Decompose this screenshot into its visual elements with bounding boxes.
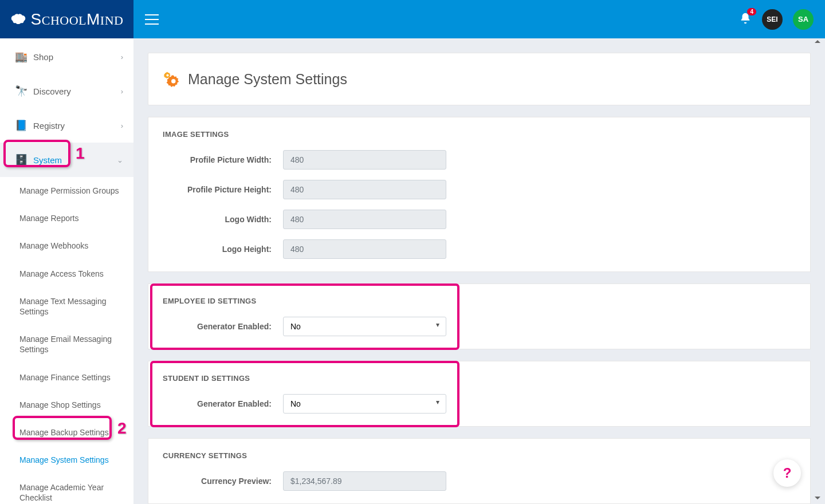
- sub-item-reports[interactable]: Manage Reports: [0, 204, 133, 232]
- gears-icon: [163, 70, 180, 88]
- sidebar-item-system[interactable]: 🗄️ System ⌄: [0, 143, 133, 177]
- sub-item-webhooks[interactable]: Manage Webhooks: [0, 232, 133, 259]
- label-logo-width: Logo Width:: [163, 215, 283, 224]
- sub-item-academic-year-checklist[interactable]: Manage Academic Year Checklist: [0, 474, 133, 504]
- sub-item-text-messaging[interactable]: Manage Text Messaging Settings: [0, 288, 133, 325]
- select-student-generator[interactable]: No: [283, 394, 446, 414]
- label-currency-preview: Currency Preview:: [163, 477, 283, 486]
- label-profile-height: Profile Picture Height:: [163, 185, 283, 194]
- input-logo-width: [283, 210, 446, 229]
- sub-item-backup-settings[interactable]: Manage Backup Settings: [0, 419, 133, 446]
- label-profile-width: Profile Picture Width:: [163, 155, 283, 164]
- menu-toggle-button[interactable]: [145, 14, 159, 25]
- content-area: Manage System Settings IMAGE SETTINGS Pr…: [133, 38, 825, 504]
- avatar-sei[interactable]: SEI: [762, 9, 783, 30]
- chevron-right-icon: ›: [121, 87, 123, 96]
- panel-student-id-settings: STUDENT ID SETTINGS Generator Enabled: N…: [148, 361, 811, 427]
- topbar: 4 SEI SA: [133, 0, 825, 38]
- label-logo-height: Logo Height:: [163, 245, 283, 254]
- input-profile-width: [283, 150, 446, 170]
- sidebar-item-label: System: [33, 155, 62, 165]
- input-profile-height: [283, 180, 446, 199]
- sidebar-item-registry[interactable]: 📘 Registry ›: [0, 108, 133, 143]
- shop-icon: 🏬: [15, 50, 33, 63]
- page-header: Manage System Settings: [148, 53, 811, 105]
- main: 4 SEI SA Manage System Settings IMAGE SE…: [133, 0, 825, 504]
- input-currency-preview: [283, 471, 446, 491]
- chevron-right-icon: ›: [121, 121, 123, 130]
- callout-number-1: 1: [76, 144, 85, 163]
- sub-item-shop-settings[interactable]: Manage Shop Settings: [0, 391, 133, 419]
- sidebar-item-label: Discovery: [33, 86, 71, 96]
- sidebar-item-label: Shop: [33, 52, 53, 62]
- chevron-down-icon: ⌄: [117, 156, 123, 164]
- binoculars-icon: 🔭: [15, 85, 33, 97]
- callout-number-2: 2: [117, 419, 127, 438]
- sub-item-system-settings[interactable]: Manage System Settings: [0, 446, 133, 474]
- label-student-generator: Generator Enabled:: [163, 399, 283, 408]
- label-employee-generator: Generator Enabled:: [163, 322, 283, 331]
- notifications-button[interactable]: 4: [739, 12, 752, 27]
- sub-item-permission-groups[interactable]: Manage Permission Groups: [0, 177, 133, 204]
- panel-title: CURRENCY SETTINGS: [163, 451, 796, 460]
- select-employee-generator[interactable]: No: [283, 317, 446, 336]
- sidebar-nav: 🏬 Shop › 🔭 Discovery › 📘 Registry › 🗄️ S…: [0, 38, 133, 504]
- brand-name: SCHOOLMIND: [31, 10, 124, 29]
- help-button[interactable]: ?: [773, 459, 801, 487]
- brain-icon: [10, 13, 26, 26]
- sub-item-finance-settings[interactable]: Manage Finance Settings: [0, 364, 133, 391]
- sub-item-access-tokens[interactable]: Manage Access Tokens: [0, 260, 133, 288]
- input-logo-height: [283, 239, 446, 259]
- panel-image-settings: IMAGE SETTINGS Profile Picture Width: Pr…: [148, 117, 811, 272]
- book-icon: 📘: [15, 119, 33, 132]
- panel-employee-id-settings: EMPLOYEE ID SETTINGS Generator Enabled: …: [148, 284, 811, 349]
- sub-item-email-messaging[interactable]: Manage Email Messaging Settings: [0, 325, 133, 363]
- panel-title: STUDENT ID SETTINGS: [163, 374, 796, 383]
- sidebar-item-discovery[interactable]: 🔭 Discovery ›: [0, 74, 133, 108]
- brand-logo[interactable]: SCHOOLMIND: [0, 0, 133, 38]
- chevron-right-icon: ›: [121, 53, 123, 61]
- sidebar-item-label: Registry: [33, 121, 65, 131]
- panel-title: EMPLOYEE ID SETTINGS: [163, 297, 796, 305]
- panel-title: IMAGE SETTINGS: [163, 130, 796, 139]
- server-icon: 🗄️: [15, 153, 33, 166]
- avatar-sa[interactable]: SA: [793, 9, 814, 30]
- sidebar: SCHOOLMIND 🏬 Shop › 🔭 Discovery › 📘 Regi…: [0, 0, 133, 504]
- sidebar-item-shop[interactable]: 🏬 Shop ›: [0, 40, 133, 74]
- svg-point-2: [166, 74, 168, 76]
- svg-point-1: [171, 79, 176, 84]
- notification-badge: 4: [747, 8, 756, 15]
- page-title: Manage System Settings: [188, 71, 347, 88]
- panel-currency-settings: CURRENCY SETTINGS Currency Preview:: [148, 438, 811, 504]
